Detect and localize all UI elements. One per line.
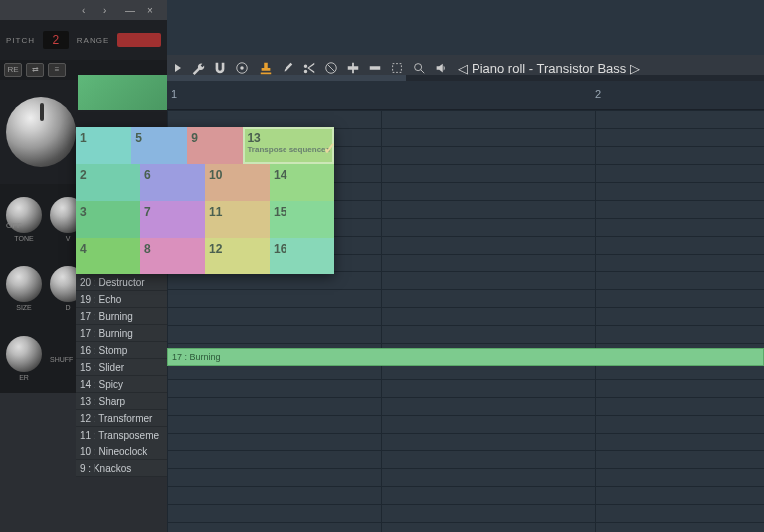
color-cell-1[interactable]: 1 [76, 127, 131, 164]
zoom-icon[interactable] [412, 61, 426, 75]
minimize-icon[interactable]: — [125, 5, 135, 15]
stamp-icon[interactable] [259, 61, 273, 75]
plugin-titlebar: ‹ › — × [0, 0, 167, 20]
menu-button[interactable]: ≡ [48, 63, 66, 77]
corner-tab[interactable] [78, 75, 167, 110]
range-button[interactable] [117, 33, 161, 47]
pitch-value[interactable]: 2 [43, 31, 69, 49]
prev-icon[interactable]: ‹ [82, 5, 92, 15]
mute-icon[interactable] [324, 61, 338, 75]
er-label: ER [19, 374, 29, 381]
color-cell-9[interactable]: 9 [187, 127, 243, 164]
timeline[interactable]: 1 2 [167, 81, 764, 110]
bar-number: 2 [595, 89, 601, 100]
channel-item[interactable]: 19 : Echo [76, 291, 167, 308]
color-cell-14[interactable]: 14 [270, 164, 334, 201]
pitch-label: PITCH [6, 36, 35, 45]
channel-item[interactable]: 17 : Burning [76, 308, 167, 325]
er-knob[interactable] [6, 336, 42, 372]
off-label: OFF [6, 221, 22, 230]
color-picker-popup: 15913Transpose sequences✓261014371115481… [76, 127, 334, 274]
color-cell-3[interactable]: 3 [76, 201, 140, 238]
color-cell-5[interactable]: 5 [131, 127, 187, 164]
slice-icon[interactable] [346, 61, 360, 75]
note-clip[interactable]: 17 : Burning [167, 348, 764, 366]
slip-icon[interactable] [368, 61, 382, 75]
channel-item[interactable]: 13 : Sharp [76, 393, 167, 410]
wrench-icon[interactable] [191, 61, 205, 75]
main-knob[interactable] [6, 97, 76, 167]
svg-point-4 [415, 64, 422, 71]
channel-item[interactable]: 17 : Burning [76, 325, 167, 342]
color-cell-10[interactable]: 10 [205, 164, 270, 201]
size-knob[interactable] [6, 266, 42, 302]
channel-item[interactable]: 15 : Slider [76, 359, 167, 376]
svg-point-1 [240, 66, 244, 70]
channel-item[interactable]: 14 : Spicy [76, 376, 167, 393]
tone-label: TONE [14, 235, 33, 242]
toolbar-icons-left [191, 61, 249, 75]
target-icon[interactable] [235, 61, 249, 75]
color-cell-15[interactable]: 15 [270, 201, 334, 238]
color-cell-subtitle: Transpose sequences [247, 145, 330, 154]
channel-nav-prev-icon[interactable]: ◁ [458, 61, 468, 76]
select-icon[interactable] [390, 61, 404, 75]
pitch-row: PITCH 2 RANGE [0, 20, 167, 60]
color-cell-7[interactable]: 7 [140, 201, 205, 238]
shuff-label: SHUFF [50, 356, 73, 363]
color-cell-4[interactable]: 4 [76, 238, 140, 274]
color-cell-11[interactable]: 11 [205, 201, 270, 238]
channel-item[interactable]: 10 : Nineoclock [76, 443, 167, 460]
channel-item[interactable]: 9 : Knackos [76, 460, 167, 477]
brush-icon[interactable] [281, 61, 294, 75]
channel-item[interactable]: 20 : Destructor [76, 274, 167, 291]
d-label: D [65, 304, 70, 311]
svg-rect-3 [393, 64, 402, 73]
channel-item[interactable]: 12 : Transformer [76, 410, 167, 427]
toolbar-icons-tools [259, 61, 448, 75]
piano-roll-window: ◁ Piano roll - Transistor Bass ▷ 1 2 [167, 55, 764, 532]
v-label: V [66, 235, 71, 242]
rec-button[interactable]: RE [4, 63, 22, 77]
size-label: SIZE [16, 304, 32, 311]
title-text: Piano roll - Transistor Bass [472, 61, 626, 76]
channel-item[interactable]: 16 : Stomp [76, 342, 167, 359]
channel-list: 20 : Destructor19 : Echo17 : Burning17 :… [76, 274, 167, 477]
color-cell-8[interactable]: 8 [140, 238, 205, 274]
note-clip-label: 17 : Burning [168, 349, 763, 365]
bar-number: 1 [171, 89, 177, 100]
color-cell-16[interactable]: 16 [270, 238, 334, 274]
range-label: RANGE [77, 36, 109, 45]
piano-roll-title[interactable]: ◁ Piano roll - Transistor Bass ▷ [458, 61, 640, 76]
play-icon[interactable] [175, 64, 181, 72]
share-button[interactable]: ⇄ [26, 63, 44, 77]
magnet-icon[interactable] [213, 61, 227, 75]
cut-icon[interactable] [302, 61, 316, 75]
channel-nav-next-icon[interactable]: ▷ [630, 61, 640, 76]
channel-item[interactable]: 11 : Transposeme [76, 427, 167, 443]
next-icon[interactable]: › [103, 5, 113, 15]
color-cell-2[interactable]: 2 [76, 164, 140, 201]
speaker-icon[interactable] [434, 61, 448, 75]
color-cell-12[interactable]: 12 [205, 238, 270, 274]
close-icon[interactable]: × [147, 5, 157, 15]
check-icon: ✓ [323, 139, 336, 158]
color-cell-6[interactable]: 6 [140, 164, 205, 201]
color-cell-13[interactable]: 13Transpose sequences✓ [243, 127, 334, 164]
